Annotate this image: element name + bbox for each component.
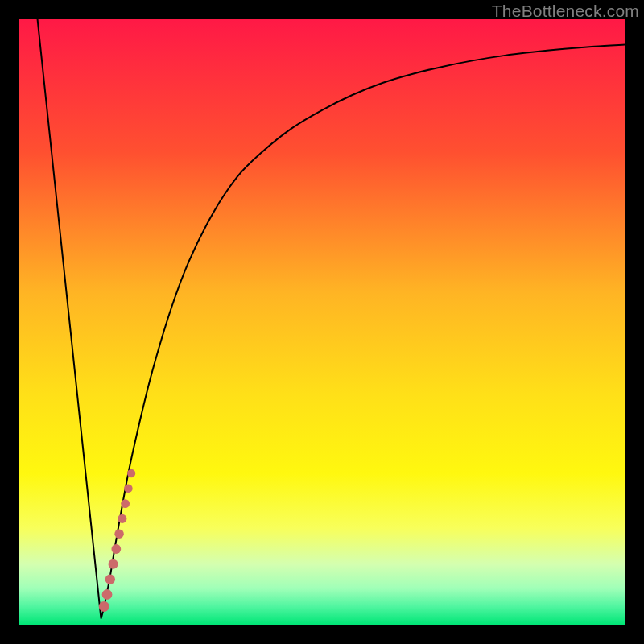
- gradient-plot-area: [19, 19, 625, 625]
- watermark-text: TheBottleneck.com: [492, 2, 639, 21]
- chart-container: TheBottleneck.com: [0, 0, 644, 644]
